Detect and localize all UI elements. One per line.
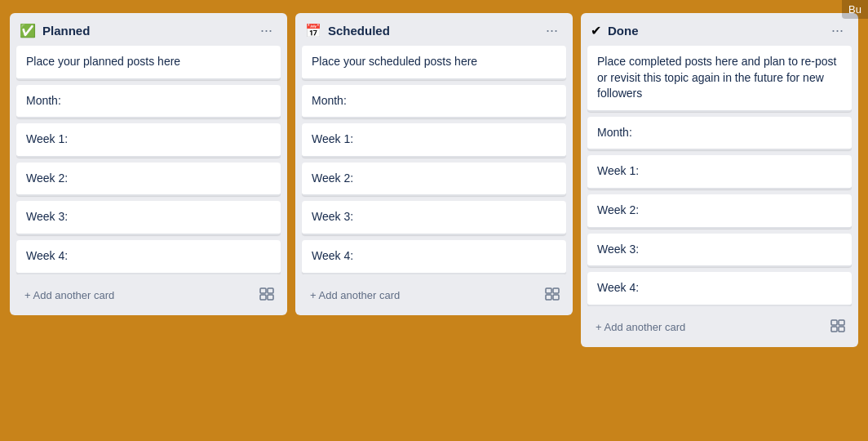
svg-rect-5 xyxy=(546,295,551,300)
card-planned-0[interactable]: Place your planned posts here xyxy=(16,46,281,80)
column-title-wrapper-scheduled: 📅Scheduled xyxy=(305,23,390,38)
svg-rect-9 xyxy=(831,327,837,332)
card-template-button-scheduled[interactable] xyxy=(542,284,563,307)
column-footer-done: + Add another card xyxy=(581,310,858,347)
card-template-button-done[interactable] xyxy=(827,316,848,339)
column-footer-planned: + Add another card xyxy=(10,278,287,315)
svg-rect-11 xyxy=(839,327,844,332)
card-planned-1[interactable]: Month: xyxy=(16,85,281,119)
column-header-done: ✔Done··· xyxy=(581,13,858,46)
card-planned-2[interactable]: Week 1: xyxy=(16,123,281,158)
card-planned-5[interactable]: Week 4: xyxy=(16,240,281,274)
column-title-wrapper-done: ✔Done xyxy=(591,23,639,38)
cards-list-done: Place completed posts here and plan to r… xyxy=(581,46,858,306)
svg-rect-3 xyxy=(268,295,273,300)
column-scheduled: 📅Scheduled···Place your scheduled posts … xyxy=(295,13,573,315)
card-done-4[interactable]: Week 3: xyxy=(587,234,852,268)
card-planned-3[interactable]: Week 2: xyxy=(16,163,281,197)
card-done-2[interactable]: Week 1: xyxy=(587,155,852,189)
svg-rect-6 xyxy=(553,288,559,293)
column-footer-scheduled: + Add another card xyxy=(295,278,573,315)
card-done-1[interactable]: Month: xyxy=(587,117,852,151)
cards-list-scheduled: Place your scheduled posts hereMonth:Wee… xyxy=(295,46,573,274)
column-done: ✔Done···Place completed posts here and p… xyxy=(581,13,858,347)
svg-rect-2 xyxy=(268,288,273,293)
svg-rect-7 xyxy=(553,295,559,300)
column-menu-button-done[interactable]: ··· xyxy=(826,21,848,39)
add-card-button-planned[interactable]: + Add another card xyxy=(20,286,119,305)
column-title-done: Done xyxy=(608,24,639,38)
svg-rect-8 xyxy=(831,320,837,325)
card-scheduled-5[interactable]: Week 4: xyxy=(302,240,566,274)
cards-list-planned: Place your planned posts hereMonth:Week … xyxy=(10,46,287,274)
card-done-5[interactable]: Week 4: xyxy=(587,272,852,306)
column-icon-scheduled: 📅 xyxy=(305,23,321,38)
column-icon-done: ✔ xyxy=(591,23,601,38)
card-scheduled-2[interactable]: Week 1: xyxy=(302,123,566,158)
column-title-planned: Planned xyxy=(42,24,90,38)
svg-rect-0 xyxy=(260,288,266,293)
card-scheduled-3[interactable]: Week 2: xyxy=(302,163,566,197)
card-done-0[interactable]: Place completed posts here and plan to r… xyxy=(587,46,852,112)
card-done-3[interactable]: Week 2: xyxy=(587,194,852,229)
column-header-planned: ✅Planned··· xyxy=(10,13,287,46)
svg-rect-10 xyxy=(839,320,844,325)
column-title-wrapper-planned: ✅Planned xyxy=(20,23,90,38)
top-bar[interactable]: Bu xyxy=(842,0,868,19)
add-card-button-done[interactable]: + Add another card xyxy=(591,318,690,336)
card-scheduled-1[interactable]: Month: xyxy=(302,85,566,119)
topbar-text: Bu xyxy=(848,3,861,16)
card-planned-4[interactable]: Week 3: xyxy=(16,201,281,235)
column-menu-button-planned[interactable]: ··· xyxy=(255,21,277,39)
card-scheduled-0[interactable]: Place your scheduled posts here xyxy=(302,46,566,80)
column-planned: ✅Planned···Place your planned posts here… xyxy=(10,13,287,315)
svg-rect-4 xyxy=(546,288,551,293)
column-header-scheduled: 📅Scheduled··· xyxy=(295,13,573,46)
column-menu-button-scheduled[interactable]: ··· xyxy=(541,21,563,39)
column-icon-planned: ✅ xyxy=(20,23,36,38)
add-card-button-scheduled[interactable]: + Add another card xyxy=(305,286,405,305)
board: ✅Planned···Place your planned posts here… xyxy=(0,0,868,441)
svg-rect-1 xyxy=(260,295,266,300)
card-template-button-planned[interactable] xyxy=(256,284,277,307)
column-title-scheduled: Scheduled xyxy=(328,24,390,38)
card-scheduled-4[interactable]: Week 3: xyxy=(302,201,566,235)
